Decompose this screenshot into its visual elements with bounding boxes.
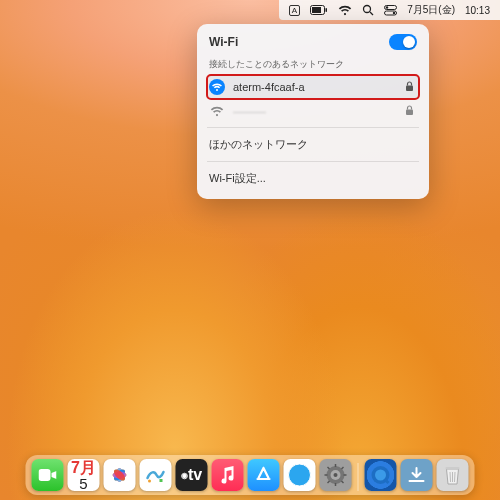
wifi-icon[interactable] [338, 5, 352, 16]
input-source-indicator[interactable]: A [289, 5, 300, 16]
svg-line-32 [328, 467, 330, 469]
svg-line-4 [370, 12, 373, 15]
svg-point-27 [334, 473, 338, 477]
svg-line-35 [342, 467, 344, 469]
dock-app-quicktime[interactable] [365, 459, 397, 491]
wifi-signal-icon [209, 79, 225, 95]
dock-app-safari[interactable] [284, 459, 316, 491]
divider [207, 127, 419, 128]
svg-rect-38 [446, 467, 460, 470]
dock-downloads[interactable] [401, 459, 433, 491]
svg-point-8 [393, 11, 395, 13]
desktop: A 7月5日(金) 10:13 Wi-Fi 接続したことのあるネットワーク at… [0, 0, 500, 500]
svg-point-3 [364, 6, 371, 13]
dock: 7月 5 ◉tv [26, 455, 475, 495]
lock-icon [405, 105, 417, 118]
svg-line-34 [328, 481, 330, 483]
dock-app-appstore[interactable] [248, 459, 280, 491]
wifi-panel: Wi-Fi 接続したことのあるネットワーク aterm-4fcaaf-a ——— [197, 24, 429, 199]
control-center-icon[interactable] [384, 5, 397, 16]
network-row-aterm[interactable]: aterm-4fcaaf-a [207, 75, 419, 99]
dock-app-music[interactable] [212, 459, 244, 491]
network-row-other[interactable]: ——— [207, 99, 419, 123]
svg-point-37 [375, 470, 386, 481]
known-networks-label: 接続したことのあるネットワーク [207, 56, 419, 75]
svg-rect-11 [406, 109, 413, 115]
svg-point-21 [148, 480, 151, 483]
svg-line-39 [450, 472, 451, 482]
calendar-day: 5 [79, 476, 87, 491]
svg-point-6 [386, 6, 388, 8]
dock-separator [358, 463, 359, 491]
svg-rect-1 [312, 7, 321, 13]
divider [207, 161, 419, 162]
network-name: aterm-4fcaaf-a [233, 81, 397, 93]
wifi-settings-row[interactable]: Wi-Fi設定... [207, 166, 419, 191]
network-name-blurred: ——— [233, 105, 397, 117]
svg-rect-10 [406, 85, 413, 91]
calendar-month: 7月 [71, 460, 96, 476]
menubar-date[interactable]: 7月5日(金) [407, 3, 455, 17]
dock-app-photos[interactable] [104, 459, 136, 491]
wifi-toggle[interactable] [389, 34, 417, 50]
svg-rect-12 [39, 469, 51, 481]
dock-app-freeform[interactable] [140, 459, 172, 491]
spotlight-icon[interactable] [362, 4, 374, 16]
dock-app-calendar[interactable]: 7月 5 [68, 459, 100, 491]
menubar-time[interactable]: 10:13 [465, 5, 490, 16]
wifi-title: Wi-Fi [209, 35, 238, 49]
svg-rect-2 [326, 8, 328, 12]
wifi-signal-icon [209, 103, 225, 119]
lock-icon [405, 81, 417, 94]
dock-trash[interactable] [437, 459, 469, 491]
battery-icon[interactable] [310, 5, 328, 15]
svg-line-33 [342, 481, 344, 483]
svg-rect-22 [160, 479, 163, 482]
dock-app-tv[interactable]: ◉tv [176, 459, 208, 491]
wifi-panel-header: Wi-Fi [207, 32, 419, 56]
other-networks-row[interactable]: ほかのネットワーク [207, 132, 419, 157]
dock-app-settings[interactable] [320, 459, 352, 491]
dock-app-facetime[interactable] [32, 459, 64, 491]
svg-line-41 [455, 472, 456, 482]
menubar: A 7月5日(金) 10:13 [279, 0, 500, 20]
